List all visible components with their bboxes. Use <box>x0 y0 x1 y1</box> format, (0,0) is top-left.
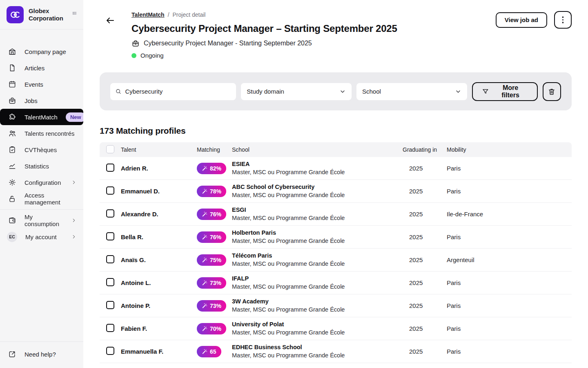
file-icon <box>8 64 16 72</box>
row-checkbox[interactable] <box>106 301 114 309</box>
breadcrumb-current: Project detail <box>173 11 206 18</box>
trash-icon <box>548 88 556 96</box>
need-help-link[interactable]: Need help? <box>0 346 83 362</box>
gear-icon <box>8 178 16 186</box>
column-mobility: Mobility <box>447 146 572 153</box>
calendar-icon <box>8 80 16 88</box>
table-row[interactable]: Bella R. 76% Holberton Paris Master, MSC… <box>100 226 572 249</box>
select-all-checkbox[interactable] <box>106 145 114 153</box>
sidebar-item-label: Access management <box>24 192 77 206</box>
table-row[interactable]: Emmanuella F. 65 EDHEC Business School M… <box>100 340 572 363</box>
matching-value: 78% <box>210 188 221 195</box>
page-title: Cybersecurity Project Manager – Starting… <box>131 23 397 34</box>
sidebar-item-configuration[interactable]: Configuration <box>0 174 83 191</box>
sidebar-item-cvtheques[interactable]: CVThèques <box>0 141 83 158</box>
table-row[interactable]: Sciences Po Paris <box>100 363 572 368</box>
talent-name: Alexandre D. <box>121 211 197 218</box>
table-row[interactable]: Antoine L. 73% IFALP Master, MSC ou Prog… <box>100 272 572 294</box>
matching-badge: 65 <box>197 346 221 357</box>
table-row[interactable]: Alexandre D. 76% ESGI Master, MSC ou Pro… <box>100 203 572 226</box>
lock-icon <box>8 195 16 203</box>
school-name: EDHEC Business School <box>232 343 403 352</box>
results-count-title: 173 Matching profiles <box>100 126 572 136</box>
table-row[interactable]: Fabien F. 70% University of Polat Master… <box>100 317 572 340</box>
mobility-value: Paris <box>447 233 572 240</box>
puzzle-icon <box>8 113 16 121</box>
school-select[interactable]: School <box>356 83 467 100</box>
school-name: 3W Academy <box>232 298 403 306</box>
mobility-value: Paris <box>447 302 572 309</box>
sidebar-item-jobs[interactable]: Jobs <box>0 92 83 109</box>
graduating-value: 2025 <box>403 256 447 263</box>
sidebar-item-articles[interactable]: Articles <box>0 60 83 76</box>
matching-value: 73% <box>210 303 221 309</box>
talent-name: Anaïs G. <box>121 256 197 263</box>
row-checkbox[interactable] <box>106 209 114 218</box>
people-icon <box>8 129 16 137</box>
table-row[interactable]: Emmanuel D. 78% ABC School of Cybersecur… <box>100 180 572 203</box>
chart-icon <box>8 162 16 170</box>
back-button[interactable] <box>105 16 117 27</box>
matching-value: 73% <box>210 280 221 286</box>
mobility-value: Paris <box>447 188 572 195</box>
graduating-value: 2025 <box>403 165 447 172</box>
sidebar-item-company-page[interactable]: Company page <box>0 43 83 60</box>
sidebar-collapse-icon[interactable] <box>71 10 78 19</box>
status-line: Ongoing <box>131 52 397 59</box>
row-checkbox[interactable] <box>106 255 114 263</box>
company-name: Globex Corporation <box>29 7 67 22</box>
school-degree: Master, MSC ou Programme Grande École <box>232 283 403 291</box>
row-checkbox[interactable] <box>106 278 114 286</box>
sidebar-item-events[interactable]: Events <box>0 76 83 92</box>
sidebar-item-label: Company page <box>24 48 66 55</box>
building-icon <box>8 47 16 56</box>
mobility-value: Ile-de-France <box>447 211 572 218</box>
more-options-button[interactable] <box>554 11 572 29</box>
sidebar-item-my-consumption[interactable]: My consumption <box>0 212 83 229</box>
avatar: EC <box>7 232 17 242</box>
study-domain-label: Study domain <box>247 88 284 95</box>
mobility-value: Paris <box>447 325 572 332</box>
search-box[interactable] <box>110 83 236 100</box>
matching-value: 75% <box>210 257 221 263</box>
breadcrumb-talentmatch-link[interactable]: TalentMatch <box>131 11 165 18</box>
row-checkbox[interactable] <box>106 186 114 195</box>
breadcrumb-separator: / <box>168 11 169 18</box>
row-checkbox[interactable] <box>106 232 114 240</box>
table-row[interactable]: Adrien R. 82% ESIEA Master, MSC ou Progr… <box>100 157 572 180</box>
row-checkbox[interactable] <box>106 164 114 172</box>
briefcase-icon <box>8 96 16 105</box>
profiles-table-body: Adrien R. 82% ESIEA Master, MSC ou Progr… <box>100 157 572 368</box>
school-degree: Master, MSC ou Programme Grande École <box>232 168 403 177</box>
sidebar-item-talents-rencontres[interactable]: Talents rencontrés <box>0 125 83 141</box>
row-checkbox[interactable] <box>106 324 114 332</box>
search-input[interactable] <box>125 88 232 95</box>
talent-name: Fabien F. <box>121 325 197 332</box>
magic-wand-icon <box>202 211 207 217</box>
table-row[interactable]: Anaïs G. 75% Télécom Paris Master, MSC o… <box>100 249 572 272</box>
sidebar-item-my-account[interactable]: ECMy account <box>0 229 83 245</box>
view-job-ad-button[interactable]: View job ad <box>496 12 547 28</box>
matching-value: 65 <box>210 348 216 355</box>
school-name: Holberton Paris <box>232 229 403 237</box>
study-domain-select[interactable]: Study domain <box>241 83 352 100</box>
graduating-value: 2025 <box>403 348 447 355</box>
magic-wand-icon <box>202 280 207 286</box>
sidebar-item-statistics[interactable]: Statistics <box>0 158 83 174</box>
school-name: IFALP <box>232 275 403 283</box>
talent-name: Emmanuel D. <box>121 188 197 195</box>
sidebar-item-talentmatch[interactable]: TalentMatchNew <box>0 109 83 125</box>
school-name: Télécom Paris <box>232 252 403 260</box>
clear-filters-button[interactable] <box>543 82 561 101</box>
matching-value: 76% <box>210 211 221 218</box>
row-checkbox[interactable] <box>106 347 114 355</box>
more-filters-button[interactable]: More filters <box>472 82 538 101</box>
sidebar-header: Globex Corporation <box>0 0 83 29</box>
graduating-value: 2025 <box>403 302 447 309</box>
filter-funnel-icon <box>482 88 489 95</box>
sidebar-item-label: Configuration <box>24 179 61 186</box>
sidebar-item-access-management[interactable]: Access management <box>0 191 83 207</box>
matching-badge: 73% <box>197 277 226 289</box>
main-area: View job ad TalentMatch / Project detail… <box>83 0 588 368</box>
table-row[interactable]: Antoine P. 73% 3W Academy Master, MSC ou… <box>100 294 572 317</box>
